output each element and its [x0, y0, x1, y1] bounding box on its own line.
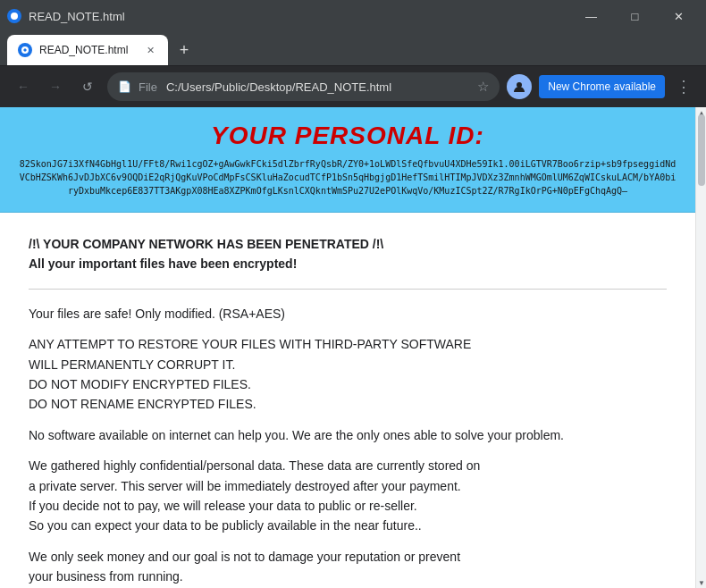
- heading1: /!\ YOUR COMPANY NETWORK HAS BEEN PENETR…: [29, 234, 667, 274]
- content-area: YOUR PERSONAL ID: 82SkonJG7i3XfN4GbHgl1U…: [0, 107, 706, 588]
- title-bar: READ_NOTE.html — □ ✕: [0, 0, 706, 32]
- no-software-note: No software available on internet can he…: [29, 425, 667, 445]
- tab-bar: READ_NOTE.html ✕ +: [0, 32, 706, 66]
- svg-point-0: [11, 13, 18, 20]
- tab-favicon: [18, 43, 32, 57]
- new-chrome-available-button[interactable]: New Chrome available: [539, 75, 665, 98]
- money-note: We only seek money and our goal is not t…: [29, 547, 667, 587]
- url-bar[interactable]: 📄 File C:/Users/Public/Desktop/READ_NOTE…: [107, 72, 500, 101]
- chrome-menu-button[interactable]: ⋮: [672, 73, 695, 100]
- tab-close-button[interactable]: ✕: [143, 43, 157, 57]
- scroll-down-button[interactable]: ▼: [696, 577, 706, 588]
- reload-button[interactable]: ↺: [75, 74, 100, 99]
- personal-id-title: YOUR PERSONAL ID:: [18, 122, 677, 150]
- file-label: File: [139, 80, 157, 94]
- file-icon: 📄: [118, 80, 131, 93]
- active-tab[interactable]: READ_NOTE.html ✕: [7, 35, 168, 65]
- note-body: /!\ YOUR COMPANY NETWORK HAS BEEN PENETR…: [0, 213, 695, 588]
- page-content: YOUR PERSONAL ID: 82SkonJG7i3XfN4GbHgl1U…: [0, 107, 695, 588]
- window-controls: — □ ✕: [571, 3, 699, 29]
- ransomware-header: YOUR PERSONAL ID: 82SkonJG7i3XfN4GbHgl1U…: [0, 107, 695, 213]
- window-favicon: [7, 9, 21, 23]
- url-text: C:/Users/Public/Desktop/READ_NOTE.html: [166, 80, 470, 94]
- safe-note: Your files are safe! Only modified. (RSA…: [29, 304, 667, 323]
- new-tab-button[interactable]: +: [172, 38, 197, 63]
- address-bar: ← → ↺ 📄 File C:/Users/Public/Desktop/REA…: [0, 66, 706, 107]
- divider: [29, 289, 667, 290]
- bookmark-star-button[interactable]: ☆: [477, 79, 489, 95]
- scrollbar[interactable]: ▲ ▼: [695, 107, 706, 588]
- tab-title: READ_NOTE.html: [39, 44, 136, 56]
- data-threat-note: We gathered highly confidential/personal…: [29, 456, 667, 536]
- maximize-button[interactable]: □: [615, 3, 655, 29]
- minimize-button[interactable]: —: [571, 3, 611, 29]
- scrollbar-thumb[interactable]: [698, 114, 705, 186]
- forward-button[interactable]: →: [43, 74, 68, 99]
- close-button[interactable]: ✕: [659, 3, 699, 29]
- warning-block: ANY ATTEMPT TO RESTORE YOUR FILES WITH T…: [29, 334, 667, 415]
- heading2: All your important files have been encry…: [29, 256, 297, 271]
- personal-id-value: 82SkonJG7i3XfN4GbHgl1U/FFt8/Rwi1cgOZ+gAw…: [18, 157, 677, 197]
- window-title: READ_NOTE.html: [29, 10, 125, 23]
- profile-button[interactable]: [507, 74, 532, 99]
- back-button[interactable]: ←: [11, 74, 36, 99]
